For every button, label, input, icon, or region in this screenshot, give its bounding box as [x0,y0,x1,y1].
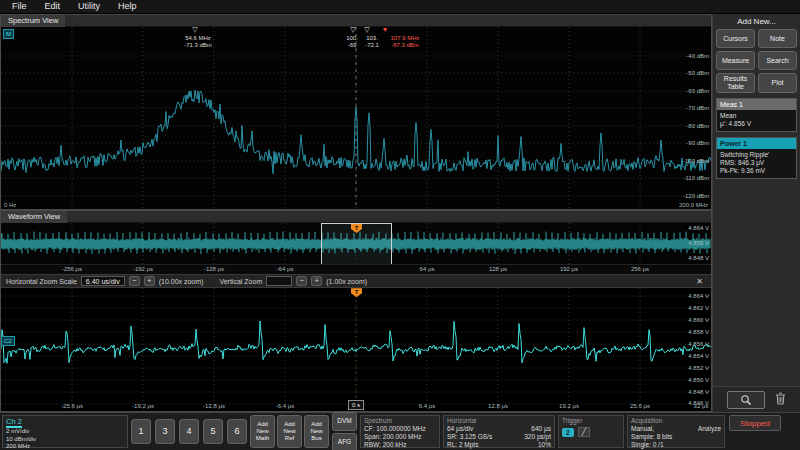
acquisition-mode: Manual, [631,425,654,433]
add-math-l3: Math [256,435,269,442]
main-area: Spectrum View M ▽ 54.6 MHz-71.3 dBm ▽ 10… [0,14,800,412]
note-button[interactable]: Note [758,29,797,48]
channel3-button[interactable]: 3 [155,419,175,444]
add-ref-l2: New [283,428,295,435]
marker-selected-icon[interactable]: ▼ [382,27,389,34]
power1-rms: RMS: 846.3 µV [720,159,793,167]
power1-badge[interactable]: Power 1 Switching Ripple' RMS: 846.3 µV … [716,137,797,179]
marker-c-icon[interactable]: ▽ [364,27,369,34]
spectrum-plot[interactable]: M ▽ 54.6 MHz-71.3 dBm ▽ 100.-69 ▽ 103.-7… [1,27,711,209]
add-math-button[interactable]: AddNewMath [250,415,275,448]
marker-a-ampl: -71.3 dBm [184,42,212,48]
zoom-tool-button[interactable] [727,391,765,409]
freq-start-label: 0 Hz [4,202,16,208]
marker-b-icon[interactable]: ▽ [350,27,355,34]
channel2-tag[interactable]: C2 [1,336,15,346]
meas1-body: Mean µ': 4.856 V [717,110,796,131]
add-ref-l3: Ref [285,435,294,442]
bottom-bar: Ch 2 2 mV/div 10 dBm/div 200 MHz 1 3 4 5… [0,412,800,450]
menu-help[interactable]: Help [110,0,145,13]
horizontal-window: 640 µs [531,425,551,433]
waveform-view-header: Waveform View [1,211,711,223]
axis-tick-label: -256 µs [62,266,82,273]
marker-selected-label: 107.9 MHz-87.3 dBm [390,35,419,49]
cursors-button[interactable]: Cursors [716,29,755,48]
waveform-overview[interactable]: T 4.864 V4.856 V4.848 V [1,223,711,265]
vzoom-value[interactable] [266,276,292,286]
channel1-button[interactable]: 1 [131,419,151,444]
hzoom-minus-button[interactable]: − [129,276,140,286]
trigger-badge[interactable]: Trigger 2 ╱ [558,415,624,448]
hzoom-factor: (10.00x zoom) [159,278,204,285]
horizontal-samplerate: SR: 3.125 GS/s [447,433,492,441]
results-table-button[interactable]: Results Table [716,73,755,93]
axis-tick-label: 64 µs [420,266,435,273]
add-buttons: AddNewMath AddNewRef AddNewBus [250,415,329,448]
spectrum-channel-badge[interactable]: M [3,29,14,39]
zero-time-label: 0 s [348,400,364,410]
vzoom-minus-button[interactable]: − [296,276,307,286]
measure-button[interactable]: Measure [716,51,755,70]
add-bus-l1: Add [311,421,322,428]
add-bus-l3: Bus [311,435,321,442]
channel2-badge[interactable]: Ch 2 2 mV/div 10 dBm/div 200 MHz [2,415,128,448]
spectrum-view-header: Spectrum View [1,15,711,27]
horizontal-position: 10% [538,441,551,449]
spectrum-view-title: Spectrum View [1,15,65,27]
spectrum-badge[interactable]: Spectrum CF: 100.000000 MHz Span: 200.00… [360,415,440,448]
stopped-button[interactable]: Stopped [729,415,781,431]
horizontal-badge[interactable]: Horizontal 64 µs/div640 µs SR: 3.125 GS/… [443,415,555,448]
power1-title: Power 1 [717,138,796,149]
trigger-badge-title: Trigger [562,417,620,425]
dvm-afg-group: DVM AFG [332,415,357,448]
sidebar-tools [713,386,800,412]
vzoom-plus-button[interactable]: + [311,276,322,286]
add-ref-l1: Add [284,421,295,428]
channel6-button[interactable]: 6 [227,419,247,444]
hzoom-value[interactable]: 6.40 us/div [81,276,125,286]
power1-name: Switching Ripple' [720,151,793,159]
horizontal-scale: 64 µs/div [447,425,473,433]
marker-c-label: 103.-72.1 [365,35,379,49]
channel4-button[interactable]: 4 [179,419,199,444]
marker-a-icon[interactable]: ▽ [192,27,197,34]
trash-icon [775,392,786,405]
add-bus-l2: New [310,428,322,435]
acquisition-single: Single: 0 /1 [631,441,721,449]
axis-tick-label: 128 µs [489,266,507,273]
spectrum-rbw: RBW: 200 kHz [364,441,436,449]
freq-stop-label: 200.0 MHz [679,202,708,208]
spectrum-view-panel: Spectrum View M ▽ 54.6 MHz-71.3 dBm ▽ 10… [0,14,712,210]
acquisition-analyze: Analyze [698,425,721,433]
add-ref-button[interactable]: AddNewRef [277,415,302,448]
trigger-flag-icon[interactable]: T [351,224,362,233]
marker-b-label: 100.-69 [346,35,358,49]
hzoom-label: Horizontal Zoom Scale [6,278,77,285]
menu-file[interactable]: File [4,0,35,13]
spectrum-badge-title: Spectrum [364,417,436,425]
channel2-scale: 2 mV/div [6,428,124,436]
channel5-button[interactable]: 5 [203,419,223,444]
menu-utility[interactable]: Utility [70,0,108,13]
plot-button[interactable]: Plot [758,73,797,93]
meas1-badge[interactable]: Meas 1 Mean µ': 4.856 V [716,98,797,132]
add-math-l2: New [256,428,268,435]
acquisition-badge[interactable]: Acquisition Manual,Analyze Sample: 8 bit… [627,415,725,448]
trash-button[interactable] [775,391,786,409]
search-button[interactable]: Search [758,51,797,70]
hzoom-plus-button[interactable]: + [144,276,155,286]
marker-a-freq: 54.6 MHz [185,35,211,41]
axis-tick-label: -192 µs [133,266,153,273]
overview-time-axis: -256 µs-192 µs-128 µs-64 µs64 µs128 µs19… [1,265,711,275]
axis-tick-label: -64 µs [277,266,294,273]
zoomed-waveform-plot[interactable]: T C2 0 s -25.6 µs-19.2 µs-12.8 µs-6.4 µs… [1,288,711,411]
menu-edit[interactable]: Edit [37,0,69,13]
zoom-close-icon[interactable]: ✕ [693,277,706,286]
add-math-l1: Add [257,421,268,428]
dvm-button[interactable]: DVM [332,412,357,431]
afg-button[interactable]: AFG [332,433,357,450]
zoom-window[interactable]: T [321,223,392,265]
add-bus-button[interactable]: AddNewBus [304,415,329,448]
marker-b-ampl: -69 [348,42,357,48]
vzoom-label: Vertical Zoom [219,278,262,285]
